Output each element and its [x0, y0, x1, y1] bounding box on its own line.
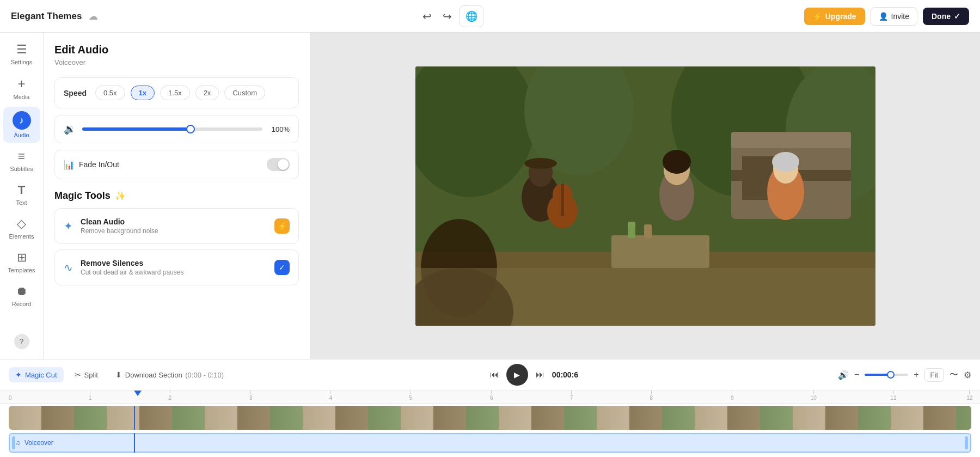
magic-cut-button[interactable]: ✦ Magic Cut	[9, 367, 64, 382]
sidebar-item-settings[interactable]: ☰ Settings	[3, 38, 40, 70]
skip-forward-button[interactable]: ⏭	[536, 370, 544, 380]
timeline-area: ✦ Magic Cut ✂ Split ⬇ Download Section (…	[0, 359, 980, 457]
elements-icon: ◇	[17, 217, 26, 231]
clean-audio-desc: Remove background noise	[81, 227, 267, 235]
clean-audio-card[interactable]: ✦ Clean Audio Remove background noise ⚡	[54, 208, 299, 244]
volume-slider[interactable]	[82, 127, 262, 131]
record-icon: ⏺	[16, 284, 28, 298]
svg-rect-27	[415, 268, 875, 326]
scene-svg	[415, 66, 875, 326]
split-label: Split	[84, 371, 98, 379]
edit-panel: Edit Audio Voiceover Speed 0.5x 1x 1.5x …	[44, 33, 310, 359]
fade-row: 📊 Fade In/Out	[64, 158, 290, 171]
sidebar-subtitles-label: Subtitles	[10, 166, 33, 172]
speed-0.5x-button[interactable]: 0.5x	[95, 86, 125, 100]
ruler-mark-6: 6	[490, 391, 493, 401]
topbar-right: ⚡ Upgrade 👤 Invite Done ✓	[804, 7, 969, 26]
ruler-mark-0: 0	[9, 391, 12, 401]
done-button[interactable]: Done ✓	[923, 8, 969, 25]
speed-section: Speed 0.5x 1x 1.5x 2x Custom	[54, 77, 299, 108]
sidebar-item-elements[interactable]: ◇ Elements	[3, 212, 40, 244]
magic-tools-title: Magic Tools	[54, 190, 111, 202]
speed-1.5x-button[interactable]: 1.5x	[160, 86, 190, 100]
ruler-mark-7: 7	[570, 391, 573, 401]
voiceover-track[interactable]: ♫ Voiceover	[9, 433, 971, 453]
undo-button[interactable]: ↩	[419, 7, 435, 26]
video-bg	[415, 66, 875, 326]
remove-silences-card[interactable]: ∿ Remove Silences Cut out dead air & awk…	[54, 249, 299, 285]
play-button[interactable]: ▶	[506, 364, 528, 386]
topbar-center: ↩ ↪ 🌐	[419, 5, 483, 27]
settings-timeline-button[interactable]: ⚙	[964, 370, 971, 380]
split-button[interactable]: ✂ Split	[68, 367, 105, 382]
skip-back-button[interactable]: ⏮	[490, 370, 499, 380]
preview-area	[310, 33, 980, 359]
sidebar-text-label: Text	[16, 199, 27, 206]
sidebar-item-text[interactable]: T Text	[3, 179, 40, 210]
magic-sparkle-icon: ✨	[115, 191, 126, 201]
track-handle-right[interactable]	[965, 436, 968, 449]
download-icon: ⬇	[115, 370, 122, 379]
fade-label-text: Fade In/Out	[79, 160, 119, 169]
zoom-in-button[interactable]: +	[914, 370, 918, 380]
volume-row: 🔉 100%	[64, 123, 290, 135]
volume-icon: 🔉	[64, 123, 76, 135]
templates-icon: ⊞	[17, 251, 27, 265]
cloud-icon: ☁	[88, 10, 98, 22]
playhead-triangle	[134, 391, 142, 396]
svg-point-18	[663, 150, 691, 174]
track-handle-left[interactable]	[12, 436, 15, 449]
video-preview	[415, 66, 875, 326]
clean-audio-icon: ✦	[64, 220, 73, 233]
edit-panel-title: Edit Audio	[54, 44, 299, 56]
waveform-button[interactable]: 〜	[950, 369, 958, 381]
fade-icon: 📊	[64, 160, 75, 170]
ruler-mark-1: 1	[89, 391, 92, 401]
sidebar-item-media[interactable]: + Media	[3, 72, 40, 105]
split-icon: ✂	[75, 370, 81, 379]
playhead-line-video	[134, 406, 135, 430]
clean-audio-text: Clean Audio Remove background noise	[81, 217, 267, 235]
upgrade-label: Upgrade	[825, 12, 856, 21]
speed-custom-button[interactable]: Custom	[224, 86, 265, 100]
volume-thumb	[186, 125, 195, 133]
play-controls: ⏮ ▶ ⏭ 00:00:6	[490, 364, 578, 386]
remove-silences-text: Remove Silences Cut out dead air & awkwa…	[81, 259, 267, 276]
download-section-button[interactable]: ⬇ Download Section (0:00 - 0:10)	[109, 367, 230, 382]
zoom-slider[interactable]	[865, 374, 908, 376]
remove-silences-badge: ✓	[274, 260, 290, 275]
ruler-mark-11: 11	[890, 391, 896, 401]
clean-audio-badge: ⚡	[274, 218, 290, 234]
media-icon: +	[17, 76, 25, 92]
fit-button[interactable]: Fit	[924, 368, 944, 382]
volume-toggle-button[interactable]: 🔊	[838, 370, 849, 380]
globe-button[interactable]: 🌐	[460, 5, 483, 27]
invite-button[interactable]: 👤 Invite	[871, 7, 917, 26]
video-track[interactable]	[9, 406, 971, 430]
fade-toggle[interactable]	[267, 158, 290, 171]
edit-panel-subtitle: Voiceover	[54, 58, 299, 66]
ruler-mark-12: 12	[966, 391, 972, 401]
magic-cut-icon: ✦	[15, 370, 22, 379]
ruler-mark-8: 8	[650, 391, 653, 401]
sidebar-item-record[interactable]: ⏺ Record	[3, 280, 40, 312]
upgrade-icon: ⚡	[813, 12, 822, 21]
speed-1x-button[interactable]: 1x	[131, 86, 155, 100]
sidebar-settings-label: Settings	[11, 59, 33, 65]
speed-2x-button[interactable]: 2x	[195, 86, 219, 100]
zoom-out-button[interactable]: −	[854, 370, 859, 380]
sidebar-item-templates[interactable]: ⊞ Templates	[3, 246, 40, 278]
upgrade-button[interactable]: ⚡ Upgrade	[804, 8, 865, 25]
ruler-marks: 0 1 2 3 4 5 6 7 8 9 10 11 12	[9, 391, 971, 403]
sidebar-item-subtitles[interactable]: ≡ Subtitles	[3, 145, 40, 176]
text-icon: T	[18, 183, 25, 197]
voiceover-track-container: ♫ Voiceover	[9, 433, 971, 453]
redo-button[interactable]: ↪	[439, 7, 455, 26]
sidebar-item-help[interactable]: ?	[3, 330, 40, 354]
done-label: Done	[932, 12, 951, 21]
sidebar-item-audio[interactable]: ♪ Audio	[3, 107, 40, 143]
settings-icon: ☰	[16, 42, 27, 57]
sidebar-record-label: Record	[12, 301, 31, 307]
topbar-left: Elegant Themes ☁	[11, 10, 98, 22]
main-content: ☰ Settings + Media ♪ Audio ≡ Subtitles T…	[0, 33, 980, 359]
